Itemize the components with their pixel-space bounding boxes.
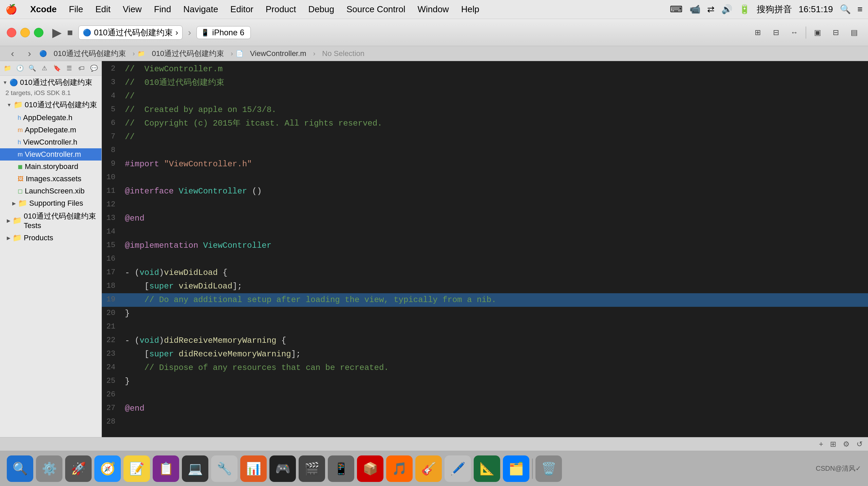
menu-find[interactable]: Find [148,3,177,16]
supporting-triangle: ▶ [12,201,16,206]
code-line-6: 6 // Copyright (c) 2015年 itcast. All rig… [102,117,868,130]
menu-xcode[interactable]: Xcode [24,3,63,16]
apple-menu[interactable]: 🍎 [5,4,17,15]
project-subtitle: 2 targets, iOS SDK 8.1 [0,89,101,98]
menu-navigate[interactable]: Navigate [177,3,224,16]
sidebar-main-group[interactable]: ▼ 📁 010通过代码创建约束 [0,98,101,112]
nav-back-button[interactable]: ‹ [5,46,20,61]
sidebar-clock-btn[interactable]: 🕐 [15,63,24,73]
menu-edit[interactable]: Edit [89,3,117,16]
line-content: [super didReceiveMemoryWarning]; [122,348,868,361]
maximize-button[interactable] [34,28,43,37]
menu-window[interactable]: Window [411,3,455,16]
dock-keynote[interactable]: 📊 [240,455,267,482]
sidebar-item-appdelegate-h[interactable]: h AppDelegate.h [0,112,101,124]
sidebar-chat-btn[interactable]: 💬 [89,63,99,73]
sidebar-list-btn[interactable]: ☰ [64,63,74,73]
dock-launchpad[interactable]: 🚀 [65,455,92,482]
menu-view[interactable]: View [117,3,148,16]
line-number: 22 [102,334,122,348]
view-toggle-btn[interactable]: ⊞ [751,25,765,40]
sidebar-item-images-xcassets[interactable]: 🖼 Images.xcassets [0,173,101,185]
sidebar-bookmark-btn[interactable]: 🔖 [52,63,62,73]
menu-help[interactable]: Help [455,3,485,16]
sidebar-item-main-storyboard[interactable]: ◼ Main.storyboard [0,161,101,173]
breadcrumb-selection[interactable]: No Selection [318,48,369,59]
line-number: 9 [102,157,122,171]
minimize-button[interactable] [20,28,30,37]
run-button[interactable]: ▶ [52,25,62,40]
breadcrumb-file[interactable]: ViewController.m [246,48,310,59]
dock-backup[interactable]: 📱 [328,455,354,482]
line-number: 21 [102,320,122,334]
dock-appstore[interactable]: 🗂️ [503,455,529,482]
line-content: // Copyright (c) 2015年 itcast. All right… [122,117,868,130]
menu-debug[interactable]: Debug [302,3,340,16]
dock-instruments[interactable]: 🔧 [211,455,238,482]
dock-omnigraffle[interactable]: 📐 [474,455,500,482]
breadcrumb-icon1: 📁 [137,50,145,57]
line-content [122,198,868,212]
version-editor-btn[interactable]: ↔ [787,25,801,40]
nav-forward-button[interactable]: › [22,46,37,61]
add-editor-btn[interactable]: + [819,440,823,449]
dock-terminal[interactable]: 💻 [182,455,208,482]
sidebar-item-viewcontroller-m[interactable]: m ViewController.m [0,148,101,161]
line-col-btn[interactable]: ↺ [856,440,863,449]
dock-safari[interactable]: 🧭 [94,455,121,482]
line-number: 28 [102,415,122,429]
show-navigator-btn[interactable]: ▣ [810,25,825,40]
dock-game[interactable]: 🎮 [269,455,296,482]
dock-filezilla[interactable]: 📦 [357,455,383,482]
menu-editor[interactable]: Editor [224,3,260,16]
launchpad-icon: 🚀 [71,462,86,476]
breadcrumb-sep1: › [133,50,135,57]
dock-music[interactable]: 🎵 [386,455,413,482]
ime-label[interactable]: 搜狗拼音 [757,3,792,15]
dock-system-prefs[interactable]: ⚙️ [36,455,62,482]
device-selector[interactable]: 📱 iPhone 6 [196,26,251,39]
sidebar-search-btn[interactable]: 🔍 [27,63,37,73]
editor-options-btn[interactable]: ⊞ [830,440,836,449]
sidebar-products-group[interactable]: ▶ 📁 Products [0,232,101,244]
show-debug-btn[interactable]: ⊟ [829,25,843,40]
show-inspector-btn[interactable]: ▤ [847,25,861,40]
dock-notes[interactable]: 📝 [124,455,150,482]
sidebar-item-launchscreen-xib[interactable]: ◻ LaunchScreen.xib [0,185,101,197]
sidebar-project-root[interactable]: ▼ 🔵 010通过代码创建约束 [0,76,101,89]
menu-product[interactable]: Product [260,3,302,16]
dock-trash[interactable]: 🗑️ [535,455,562,482]
volume-icon: 🔊 [721,4,732,15]
sidebar-supporting-files[interactable]: ▶ 📁 Supporting Files [0,197,101,209]
terminal-icon: 💻 [188,462,203,476]
sidebar-item-viewcontroller-h[interactable]: h ViewController.h [0,136,101,148]
line-content: @end [122,402,868,415]
editor-settings-btn[interactable]: ⚙ [843,440,850,449]
breadcrumb-folder[interactable]: 010通过代码创建约束 [148,47,228,60]
line-number: 13 [102,212,122,225]
sidebar-warning-btn[interactable]: ⚠ [40,63,49,73]
stop-button[interactable]: ■ [67,27,73,38]
code-line-17: 17 - (void)viewDidLoad { [102,266,868,280]
dock-onenote[interactable]: 📋 [153,455,179,482]
assistant-editor-btn[interactable]: ⊟ [769,25,783,40]
line-number: 6 [102,117,122,130]
scheme-selector[interactable]: 🔵 010通过代码创建约束 › [78,25,183,40]
sidebar-item-appdelegate-m[interactable]: m AppDelegate.m [0,124,101,136]
close-button[interactable] [7,28,16,37]
code-editor[interactable]: 2 // ViewController.m 3 // 010通过代码创建约束 4… [102,61,868,437]
sidebar-folder-btn[interactable]: 📁 [3,63,12,73]
dock-finder[interactable]: 🔍 [7,455,33,482]
device-label: iPhone 6 [212,28,244,37]
breadcrumb-project[interactable]: 010通过代码创建约束 [50,47,130,60]
dock-garageband[interactable]: 🎸 [415,455,442,482]
menu-file[interactable]: File [63,3,89,16]
spotlight-icon[interactable]: 🔍 [840,4,851,15]
dock-media[interactable]: 🎬 [299,455,325,482]
keynote-icon: 📊 [246,462,261,476]
sidebar-tests-group[interactable]: ▶ 📁 010通过代码创建约束Tests [0,209,101,232]
dock-acorn[interactable]: 🖊️ [445,455,471,482]
notification-icon[interactable]: ≡ [857,4,863,15]
sidebar-tag-btn[interactable]: 🏷 [77,63,86,73]
menu-source-control[interactable]: Source Control [340,3,411,16]
